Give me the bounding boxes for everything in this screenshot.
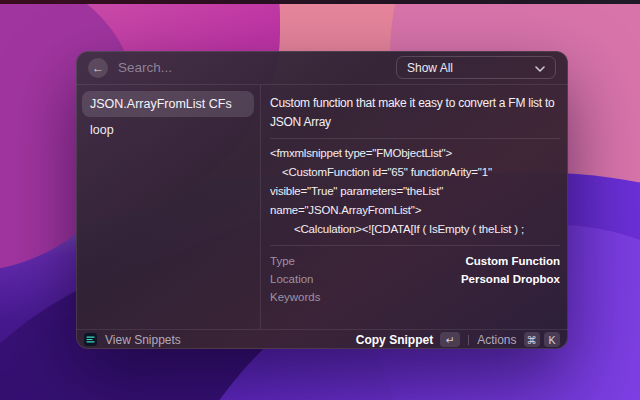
actions-label: Actions <box>477 333 516 347</box>
arrow-left-icon: ← <box>92 61 104 75</box>
copy-snippet-label: Copy Snippet <box>356 333 433 347</box>
code-line: <fmxmlsnippet type="FMObjectList"> <box>270 144 560 163</box>
metadata-section: Type Custom Function Location Personal D… <box>270 252 560 306</box>
back-button[interactable]: ← <box>88 58 108 78</box>
k-key: K <box>544 332 560 347</box>
window-body: JSON.ArrayFromList CFs loop Custom funct… <box>76 85 568 329</box>
metadata-value: Custom Function <box>465 252 560 270</box>
action-bar: View Snippets Copy Snippet ↵ Actions ⌘ K <box>76 329 568 349</box>
metadata-value: Personal Dropbox <box>461 270 560 288</box>
list-item-json-arrayfromlist[interactable]: JSON.ArrayFromList CFs <box>82 91 254 117</box>
snippet-description: Custom function that make it easy to con… <box>270 94 560 132</box>
search-input[interactable] <box>118 60 386 75</box>
enter-key-icon: ↵ <box>440 332 460 347</box>
divider <box>270 245 560 246</box>
snippet-code-block: <fmxmlsnippet type="FMObjectList"> <Cust… <box>270 144 560 239</box>
filter-dropdown-value: Show All <box>407 61 453 75</box>
metadata-row-type: Type Custom Function <box>270 252 560 270</box>
copy-snippet-button[interactable]: Copy Snippet ↵ <box>356 332 460 347</box>
screen-top-edge <box>0 0 640 4</box>
metadata-label: Type <box>270 252 295 270</box>
actions-shortcut: ⌘ K <box>524 332 561 347</box>
command-indicator: View Snippets <box>84 333 181 347</box>
snippets-extension-icon <box>84 333 97 346</box>
snippet-list: JSON.ArrayFromList CFs loop <box>76 85 261 329</box>
launcher-window: ← Show All JSON.ArrayFromList CFs loop C… <box>76 51 568 349</box>
metadata-row-location: Location Personal Dropbox <box>270 270 560 288</box>
toolbar: ← Show All <box>76 51 568 85</box>
metadata-row-keywords: Keywords <box>270 288 560 306</box>
chevron-down-icon <box>535 61 545 75</box>
detail-panel: Custom function that make it easy to con… <box>261 85 568 329</box>
command-label: View Snippets <box>105 333 181 347</box>
list-item-loop[interactable]: loop <box>82 117 254 143</box>
code-line: visible="True" parameters="theList" <box>270 182 560 201</box>
filter-dropdown[interactable]: Show All <box>396 56 556 79</box>
divider <box>468 335 469 345</box>
metadata-label: Location <box>270 270 313 288</box>
command-key-icon: ⌘ <box>524 332 541 347</box>
metadata-label: Keywords <box>270 288 321 306</box>
actions-menu-button[interactable]: Actions ⌘ K <box>477 332 560 347</box>
code-line: <Calculation><![CDATA[If ( IsEmpty ( the… <box>270 220 560 239</box>
divider <box>270 138 560 139</box>
code-line: name="JSON.ArrayFromList"> <box>270 201 560 220</box>
code-line: <CustomFunction id="65" functionArity="1… <box>270 163 560 182</box>
